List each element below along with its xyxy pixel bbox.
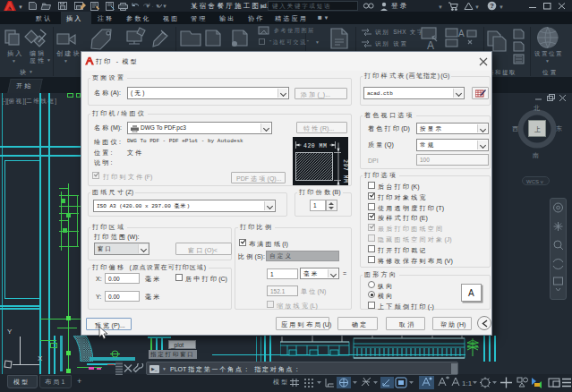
svg-text:297 MM: 297 MM	[342, 159, 348, 183]
svg-text:?: ?	[490, 2, 494, 10]
svg-text:A: A	[427, 39, 434, 51]
svg-text:1:1: 1:1	[462, 379, 473, 388]
svg-text:A: A	[458, 29, 465, 38]
svg-text:420 MM: 420 MM	[303, 143, 327, 149]
